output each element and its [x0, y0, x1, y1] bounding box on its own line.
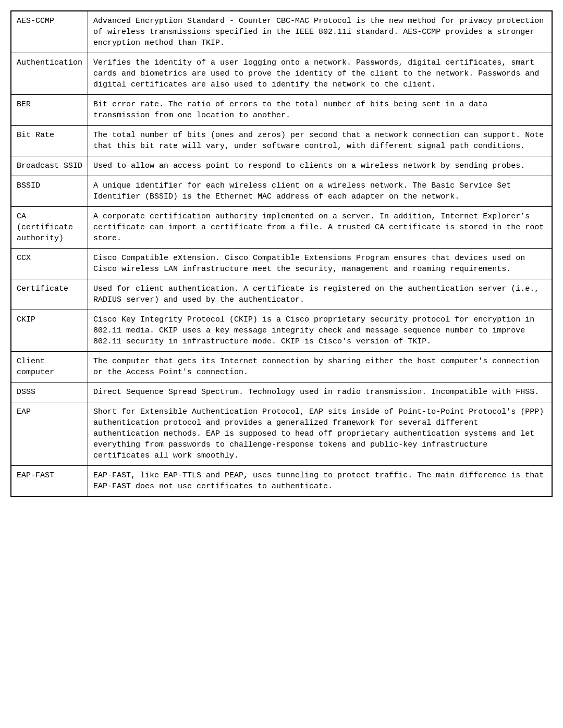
term-cell: BER	[11, 95, 88, 126]
definition-cell: Cisco Key Integrity Protocol (CKIP) is a…	[88, 310, 552, 352]
glossary-table: AES-CCMPAdvanced Encryption Standard - C…	[10, 10, 553, 497]
definition-cell: Used for client authentication. A certif…	[88, 279, 552, 310]
definition-cell: Direct Sequence Spread Spectrum. Technol…	[88, 382, 552, 402]
term-cell: EAP-FAST	[11, 466, 88, 497]
definition-cell: EAP-FAST, like EAP-TTLS and PEAP, uses t…	[88, 466, 552, 497]
table-row: AES-CCMPAdvanced Encryption Standard - C…	[11, 11, 552, 53]
term-cell: Bit Rate	[11, 126, 88, 156]
definition-cell: Used to allow an access point to respond…	[88, 156, 552, 176]
definition-cell: Cisco Compatible eXtension. Cisco Compat…	[88, 249, 552, 279]
table-row: BSSIDA unique identifier for each wirele…	[11, 176, 552, 207]
term-cell: BSSID	[11, 176, 88, 207]
table-row: Bit RateThe total number of bits (ones a…	[11, 126, 552, 156]
term-cell: Certificate	[11, 279, 88, 310]
table-row: EAP-FASTEAP-FAST, like EAP-TTLS and PEAP…	[11, 466, 552, 497]
term-cell: EAP	[11, 402, 88, 466]
definition-cell: Bit error rate. The ratio of errors to t…	[88, 95, 552, 126]
table-row: Broadcast SSIDUsed to allow an access po…	[11, 156, 552, 176]
definition-cell: Advanced Encryption Standard - Counter C…	[88, 11, 552, 53]
table-row: CKIPCisco Key Integrity Protocol (CKIP) …	[11, 310, 552, 352]
term-cell: CCX	[11, 249, 88, 279]
definition-cell: Short for Extensible Authentication Prot…	[88, 402, 552, 466]
definition-cell: The total number of bits (ones and zeros…	[88, 126, 552, 156]
table-row: Client computerThe computer that gets it…	[11, 352, 552, 382]
definition-cell: The computer that gets its Internet conn…	[88, 352, 552, 382]
table-row: BERBit error rate. The ratio of errors t…	[11, 95, 552, 126]
term-cell: AES-CCMP	[11, 11, 88, 53]
term-cell: Client computer	[11, 352, 88, 382]
table-row: EAPShort for Extensible Authentication P…	[11, 402, 552, 466]
definition-cell: A corporate certification authority impl…	[88, 207, 552, 249]
term-cell: Broadcast SSID	[11, 156, 88, 176]
term-cell: CKIP	[11, 310, 88, 352]
table-row: CertificateUsed for client authenticatio…	[11, 279, 552, 310]
table-row: DSSSDirect Sequence Spread Spectrum. Tec…	[11, 382, 552, 402]
term-cell: CA (certificate authority)	[11, 207, 88, 249]
table-row: CCXCisco Compatible eXtension. Cisco Com…	[11, 249, 552, 279]
term-cell: DSSS	[11, 382, 88, 402]
table-row: AuthenticationVerifies the identity of a…	[11, 53, 552, 95]
definition-cell: Verifies the identity of a user logging …	[88, 53, 552, 95]
term-cell: Authentication	[11, 53, 88, 95]
table-row: CA (certificate authority)A corporate ce…	[11, 207, 552, 249]
definition-cell: A unique identifier for each wireless cl…	[88, 176, 552, 207]
